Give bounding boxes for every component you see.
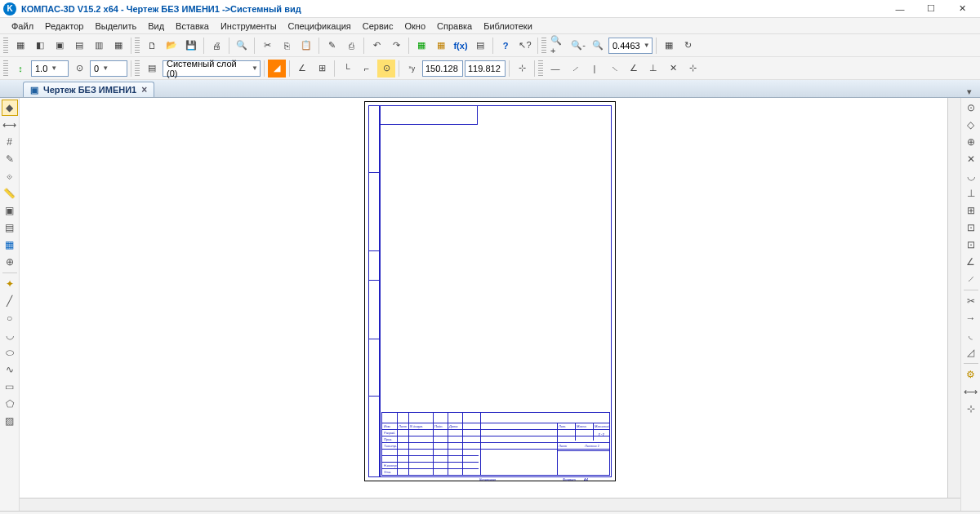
offset-icon[interactable]: ⊙ xyxy=(70,60,88,78)
save-button[interactable]: 💾 xyxy=(182,37,200,55)
fillet-tool-icon[interactable]: ◟ xyxy=(963,327,979,343)
tab-close-icon[interactable]: × xyxy=(141,84,147,95)
ellipse-tool-icon[interactable]: ⬭ xyxy=(2,344,18,361)
redraw-icon[interactable]: ▦ xyxy=(660,37,678,55)
point-tool-icon[interactable]: ✦ xyxy=(2,276,18,292)
line-style-2-icon[interactable]: ⟋ xyxy=(566,60,584,78)
constraint-icon[interactable]: ⊹ xyxy=(963,401,979,417)
local-cs-icon[interactable]: ⊹ xyxy=(513,60,531,78)
grid-icon[interactable]: ⊞ xyxy=(313,60,331,78)
help-icon[interactable]: ? xyxy=(497,37,514,55)
menu-window[interactable]: Окно xyxy=(399,20,430,33)
snap-angle-icon[interactable]: ∠ xyxy=(293,60,311,78)
ortho-icon[interactable]: └ xyxy=(338,60,356,78)
circle-tool-icon[interactable]: ○ xyxy=(2,310,18,326)
spec-panel-icon[interactable]: ▤ xyxy=(2,219,18,236)
snap-angle-icon[interactable]: ∠ xyxy=(963,254,979,270)
horizontal-scrollbar[interactable] xyxy=(20,498,960,511)
canvas[interactable]: Лит. Масса Масштаб 1:1 Лист Листов 1 Изм… xyxy=(20,98,960,511)
new-button[interactable]: 🗋 xyxy=(143,37,161,55)
round-icon[interactable]: ⌐ xyxy=(358,60,376,78)
context-help-icon[interactable]: ↖? xyxy=(516,37,534,55)
line-style-3-icon[interactable]: | xyxy=(586,60,604,78)
snap-mid-icon[interactable]: ◇ xyxy=(963,117,979,133)
zoom-out-icon[interactable]: 🔍- xyxy=(569,37,587,55)
vertical-scrollbar[interactable] xyxy=(947,98,960,498)
toolbar-grip[interactable] xyxy=(538,60,543,77)
line-style-8-icon[interactable]: ⊹ xyxy=(684,60,702,78)
refresh-icon[interactable]: ↻ xyxy=(679,37,697,55)
params-panel-icon[interactable]: ⟐ xyxy=(2,168,18,184)
new-text-icon[interactable]: ▥ xyxy=(90,37,108,55)
undo-button[interactable]: ↶ xyxy=(368,37,385,55)
doc-tab[interactable]: ▣ Чертеж БЕЗ ИМЕНИ1 × xyxy=(23,82,154,97)
manager-icon[interactable]: ▦ xyxy=(432,37,450,55)
zoom-combo[interactable]: 0.4463▼ xyxy=(608,38,653,54)
vars-icon[interactable]: ▤ xyxy=(471,37,489,55)
snap-point-1-icon[interactable]: ⊡ xyxy=(963,219,979,236)
layer-combo[interactable]: Системный слой (0)▼ xyxy=(163,60,261,77)
snap-along-icon[interactable]: ⟋ xyxy=(963,271,979,287)
snap-grid-icon[interactable]: ⊞ xyxy=(963,202,979,219)
line-style-7-icon[interactable]: ✕ xyxy=(664,60,682,78)
coord-y-input[interactable] xyxy=(465,60,506,77)
menu-file[interactable]: Файл xyxy=(7,20,38,33)
snap-intersect-icon[interactable]: ✕ xyxy=(963,151,979,167)
toolbar-grip[interactable] xyxy=(3,60,8,77)
extend-tool-icon[interactable]: → xyxy=(963,310,979,326)
parameters-icon[interactable]: ⚙ xyxy=(963,366,979,383)
select-panel-icon[interactable]: ▣ xyxy=(2,202,18,219)
new-spec-icon[interactable]: ▦ xyxy=(109,37,127,55)
menu-libs[interactable]: Библиотеки xyxy=(479,20,537,33)
menu-tools[interactable]: Инструменты xyxy=(216,20,282,33)
menu-edit[interactable]: Редактор xyxy=(40,20,88,33)
line-tool-icon[interactable]: ╱ xyxy=(2,293,18,309)
new-3d-icon[interactable]: ◧ xyxy=(31,37,49,55)
step-icon[interactable]: ↕ xyxy=(11,60,29,78)
layer-icon[interactable]: ▤ xyxy=(143,60,161,78)
edit-panel-icon[interactable]: ✎ xyxy=(2,151,18,167)
dimensions-panel-icon[interactable]: ⟷ xyxy=(2,117,18,133)
properties-icon[interactable]: ✎ xyxy=(323,37,341,55)
maximize-button[interactable]: ☐ xyxy=(916,1,946,17)
toolbar-grip[interactable] xyxy=(135,60,140,77)
open-button[interactable]: 📂 xyxy=(163,37,180,55)
paste-button[interactable]: 📋 xyxy=(297,37,315,55)
style-button[interactable]: ◢ xyxy=(268,60,286,78)
chamfer-tool-icon[interactable]: ◿ xyxy=(963,344,979,361)
line-style-6-icon[interactable]: ⊥ xyxy=(644,60,662,78)
zoom-in-icon[interactable]: 🔍+ xyxy=(550,37,568,55)
snap-normal-icon[interactable]: ⊥ xyxy=(963,185,979,202)
copy-props-icon[interactable]: ⎙ xyxy=(342,37,360,55)
toolbar-grip[interactable] xyxy=(135,38,140,54)
arc-tool-icon[interactable]: ◡ xyxy=(2,327,18,343)
insert-panel-icon[interactable]: ⊕ xyxy=(2,254,18,270)
cut-button[interactable]: ✂ xyxy=(258,37,276,55)
print-button[interactable]: 🖨 xyxy=(207,37,225,55)
snap-center-icon[interactable]: ⊕ xyxy=(963,134,979,150)
measure-panel-icon[interactable]: 📏 xyxy=(2,185,18,202)
dimension-icon[interactable]: ⟷ xyxy=(963,383,979,400)
redo-button[interactable]: ↷ xyxy=(387,37,405,55)
spline-tool-icon[interactable]: ∿ xyxy=(2,361,18,378)
menu-insert[interactable]: Вставка xyxy=(171,20,214,33)
menu-select[interactable]: Выделить xyxy=(90,20,141,33)
rect-tool-icon[interactable]: ▭ xyxy=(2,379,18,395)
snap-toggle-icon[interactable]: ⊙ xyxy=(377,60,395,78)
menu-help[interactable]: Справка xyxy=(432,20,477,33)
menu-service[interactable]: Сервис xyxy=(358,20,399,33)
toolbar-grip[interactable] xyxy=(541,38,546,54)
tab-menu-dropdown[interactable]: ▾ xyxy=(967,86,972,97)
line-style-1-icon[interactable]: — xyxy=(546,60,564,78)
step-scale-combo[interactable]: 1.0▼ xyxy=(31,60,69,77)
line-style-5-icon[interactable]: ∠ xyxy=(625,60,643,78)
copy-button[interactable]: ⎘ xyxy=(278,37,296,55)
menu-spec[interactable]: Спецификация xyxy=(283,20,356,33)
close-button[interactable]: ✕ xyxy=(947,1,977,17)
minimize-button[interactable]: — xyxy=(885,1,915,17)
polygon-tool-icon[interactable]: ⬠ xyxy=(2,396,18,412)
menu-view[interactable]: Вид xyxy=(143,20,169,33)
preview-button[interactable]: 🔍 xyxy=(233,37,251,55)
hatch-tool-icon[interactable]: ▨ xyxy=(2,413,18,429)
library-icon[interactable]: ▦ xyxy=(412,37,430,55)
